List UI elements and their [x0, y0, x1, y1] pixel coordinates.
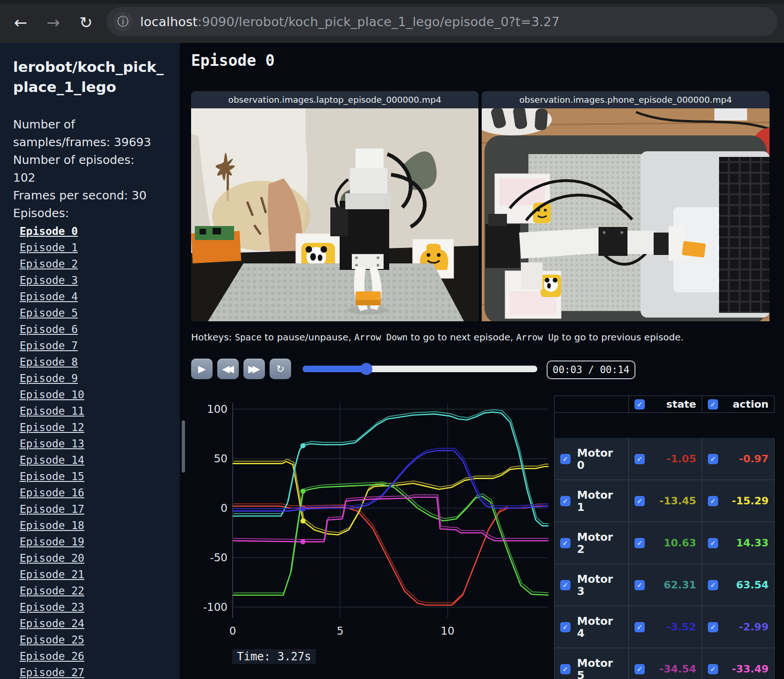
forward-icon[interactable]: →: [41, 10, 65, 35]
video-frame-laptop: [191, 108, 478, 321]
episode-link[interactable]: Episode 8: [20, 354, 171, 370]
episode-link[interactable]: Episode 26: [20, 648, 171, 665]
episode-link[interactable]: Episode 16: [20, 485, 171, 501]
checkbox[interactable]: ✓: [634, 622, 645, 632]
sidebar: lerobot/koch_pick_place_1_lego Number of…: [0, 43, 180, 679]
episode-link[interactable]: Episode 24: [20, 615, 171, 632]
loop-button[interactable]: ↻: [270, 359, 291, 379]
checkbox[interactable]: ✓: [560, 580, 570, 590]
rewind-icon: ◀◀: [222, 363, 230, 375]
action-value-cell: ✓-33.49: [702, 648, 775, 679]
seek-slider-thumb[interactable]: [360, 363, 372, 375]
video-caption-laptop: observation.images.laptop_episode_000000…: [191, 91, 478, 108]
chart-svg: 100500-50-1000510: [191, 399, 549, 642]
checkbox[interactable]: ✓: [708, 399, 718, 410]
episode-link[interactable]: Episode 15: [20, 468, 171, 485]
checkbox[interactable]: ✓: [634, 454, 645, 464]
back-icon[interactable]: ←: [8, 10, 33, 35]
checkbox[interactable]: ✓: [708, 496, 718, 506]
episode-link[interactable]: Episode 14: [20, 452, 171, 468]
episode-link[interactable]: Episode 0: [20, 223, 171, 240]
reload-icon[interactable]: ↻: [74, 10, 98, 35]
episode-link[interactable]: Episode 11: [20, 403, 171, 419]
checkbox[interactable]: ✓: [560, 496, 570, 506]
checkbox[interactable]: ✓: [708, 622, 718, 632]
svg-text:0: 0: [229, 625, 236, 637]
checkbox[interactable]: ✓: [634, 538, 645, 548]
main-scrollbar-thumb[interactable]: [182, 420, 185, 473]
motor-name-cell: ✓Motor 2: [555, 522, 629, 564]
episode-link[interactable]: Episode 12: [20, 419, 171, 436]
key-arrow-down: Arrow Down: [354, 332, 407, 342]
episode-link[interactable]: Episode 23: [20, 599, 171, 615]
episode-link[interactable]: Episode 13: [20, 436, 171, 452]
checkbox[interactable]: ✓: [560, 538, 570, 548]
episode-link[interactable]: Episode 25: [20, 632, 171, 648]
checkbox[interactable]: ✓: [708, 538, 718, 548]
checkbox[interactable]: ✓: [634, 399, 645, 410]
state-value-cell: ✓10.63: [629, 522, 702, 564]
video-frame-phone: [482, 108, 770, 321]
laptop-camera-scene: [191, 108, 478, 321]
url-host: localhost: [140, 14, 198, 29]
site-info-icon[interactable]: ⓘ: [113, 12, 133, 31]
svg-text:-100: -100: [203, 601, 228, 613]
svg-text:100: 100: [207, 403, 228, 415]
play-icon: ▶: [198, 363, 206, 375]
checkbox[interactable]: ✓: [634, 496, 645, 506]
episode-link[interactable]: Episode 10: [20, 387, 171, 403]
episode-link[interactable]: Episode 21: [20, 566, 171, 583]
browser-toolbar: ← → ↻ ⓘ localhost:9090/lerobot/koch_pick…: [0, 0, 784, 43]
url-bar[interactable]: ⓘ localhost:9090/lerobot/koch_pick_place…: [107, 7, 777, 36]
episode-link[interactable]: Episode 20: [20, 550, 171, 566]
checkbox[interactable]: ✓: [708, 664, 718, 674]
stat-fps: Frames per second: 30: [13, 187, 153, 205]
checkbox[interactable]: ✓: [560, 664, 570, 674]
video-caption-phone: observation.images.phone_episode_000000.…: [482, 91, 770, 108]
episodes-label: Episodes:: [13, 205, 171, 222]
rewind-button[interactable]: ◀◀: [217, 359, 239, 379]
episode-link[interactable]: Episode 27: [20, 665, 171, 679]
episode-link[interactable]: Episode 19: [20, 534, 171, 550]
motor-name-cell: ✓Motor 0: [555, 438, 629, 480]
stat-samples: Number of samples/frames: 39693: [13, 116, 153, 151]
time-display: 00:03 / 00:14: [547, 361, 635, 379]
checkbox[interactable]: ✓: [708, 454, 718, 464]
hotkeys-text: Hotkeys:: [191, 332, 235, 343]
seek-slider[interactable]: [303, 366, 537, 372]
episode-link[interactable]: Episode 22: [20, 583, 171, 599]
state-value-cell: ✓-34.54: [629, 648, 702, 679]
key-space: Space: [235, 332, 262, 342]
state-value-cell: ✓-3.52: [629, 606, 702, 648]
loop-icon: ↻: [276, 363, 285, 375]
checkbox[interactable]: ✓: [560, 454, 570, 464]
dataset-stats: Number of samples/frames: 39693 Number o…: [13, 116, 153, 205]
page-title: Episode 0: [191, 51, 275, 70]
checkbox[interactable]: ✓: [634, 580, 645, 590]
episode-link[interactable]: Episode 6: [20, 321, 171, 338]
motor-name-cell: ✓Motor 3: [555, 564, 629, 606]
episode-link[interactable]: Episode 9: [20, 370, 171, 387]
state-value-cell: ✓-1.05: [629, 438, 702, 480]
fast-forward-button[interactable]: ▶▶: [243, 359, 265, 379]
episode-link[interactable]: Episode 1: [20, 240, 171, 256]
action-value-cell: ✓14.33: [702, 522, 775, 564]
svg-text:-50: -50: [210, 552, 228, 564]
motor-chart: 100500-50-1000510: [191, 399, 549, 642]
checkbox[interactable]: ✓: [560, 622, 570, 632]
state-value-cell: ✓62.31: [629, 564, 702, 606]
window-edge: [0, 0, 784, 4]
chart-time-label: Time: 3.27s: [232, 649, 316, 664]
checkbox[interactable]: ✓: [634, 664, 645, 674]
episode-link[interactable]: Episode 2: [20, 256, 171, 272]
episode-link[interactable]: Episode 5: [20, 305, 171, 321]
episode-link[interactable]: Episode 18: [20, 517, 171, 534]
play-button[interactable]: ▶: [191, 359, 213, 379]
episode-link[interactable]: Episode 3: [20, 272, 171, 289]
checkbox[interactable]: ✓: [708, 580, 718, 590]
episode-link[interactable]: Episode 7: [20, 338, 171, 354]
header-blank: [555, 396, 629, 413]
episode-link[interactable]: Episode 17: [20, 501, 171, 517]
episode-link[interactable]: Episode 4: [20, 289, 171, 305]
key-arrow-up: Arrow Up: [516, 332, 559, 342]
